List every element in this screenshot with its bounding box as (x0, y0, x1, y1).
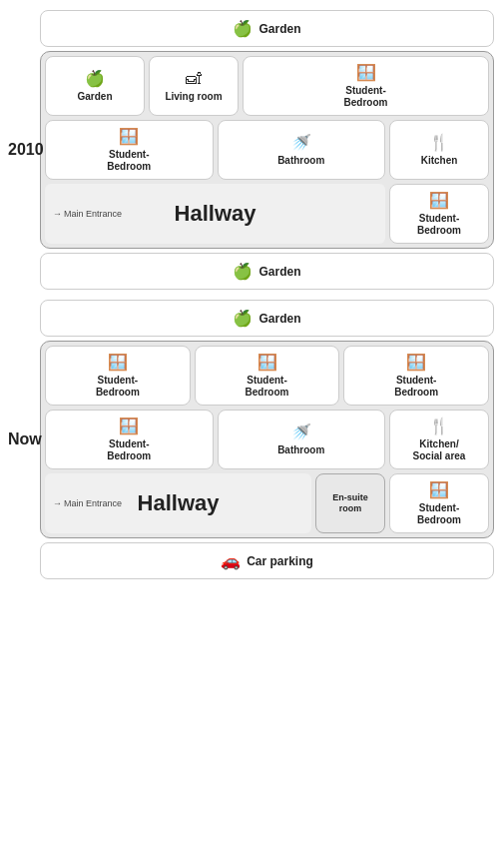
mid-row-now: 🪟 Student-Bedroom 🚿 Bathroom (45, 410, 385, 469)
car-parking-bar: 🚗 Car parking (40, 542, 494, 579)
sb4-label: Student-Bedroom (107, 438, 151, 462)
sb3-icon: 🪟 (406, 353, 426, 372)
hallway-row-2010: → Main Entrance Hallway (45, 184, 385, 244)
building-2010: 🍏 Garden 🛋 Living room 🪟 Student-Bedroom (40, 51, 494, 249)
garden-top-now-icon: 🍏 (233, 309, 252, 328)
garden-top-label: Garden (258, 22, 300, 36)
sb1-icon: 🪟 (108, 353, 128, 372)
room-student-bedroom-br: 🪟 Student-Bedroom (389, 184, 489, 244)
student-bedroom-left-icon: 🪟 (119, 127, 139, 146)
bathroom-2010-label: Bathroom (277, 155, 324, 167)
right-col-2010: 🍴 Kitchen 🪟 Student-Bedroom (389, 120, 489, 244)
section-now: Now 🍏 Garden 🪟 Student-Bedroom (40, 300, 494, 579)
kitchen-now-label: Kitchen/Social area (413, 438, 466, 462)
floorplan-2010: 🍏 Garden 🍏 Garden 🛋 (40, 10, 494, 290)
bathroom-now-icon: 🚿 (291, 423, 311, 441)
room-student-bedroom-1: 🪟 Student-Bedroom (45, 346, 191, 406)
hallway-2010: → Main Entrance Hallway (45, 184, 385, 244)
room-student-bedroom-4: 🪟 Student-Bedroom (45, 410, 214, 469)
living-room-label: Living room (165, 91, 222, 103)
car-parking-icon: 🚗 (221, 551, 241, 570)
left-main-2010: 🪟 Student-Bedroom 🚿 Bathroom (45, 120, 385, 244)
right-col-now: 🍴 Kitchen/Social area 🪟 Student-Bedroom (389, 410, 489, 533)
sb4-icon: 🪟 (119, 417, 139, 435)
garden-top-2010: 🍏 Garden (40, 10, 494, 47)
garden-left-label: Garden (77, 91, 112, 103)
garden-top-icon: 🍏 (233, 19, 252, 38)
car-parking-label: Car parking (247, 554, 313, 568)
sb2-label: Student-Bedroom (246, 375, 289, 399)
room-kitchen-2010: 🍴 Kitchen (389, 120, 489, 180)
garden-left-icon: 🍏 (85, 69, 105, 88)
hallway-label-now: Hallway (138, 490, 220, 516)
room-living-room: 🛋 Living room (149, 56, 239, 116)
kitchen-2010-icon: 🍴 (429, 133, 449, 152)
student-bedroom-tr-label: Student-Bedroom (344, 85, 388, 109)
room-ensuite: En-suiteroom (315, 473, 385, 533)
mid-section-2010: 🪟 Student-Bedroom 🚿 Bathroom (45, 120, 489, 244)
building-inner-now: 🪟 Student-Bedroom 🪟 Student-Bedroom 🪟 St… (45, 346, 489, 533)
hallway-label-2010: Hallway (175, 201, 256, 227)
section-label-2010: 2010 (8, 141, 44, 159)
bathroom-2010-icon: 🚿 (291, 133, 311, 152)
room-student-bedroom-2: 🪟 Student-Bedroom (195, 346, 340, 406)
top-row-2010: 🍏 Garden 🛋 Living room 🪟 Student-Bedroom (45, 56, 489, 116)
sb3-label: Student-Bedroom (394, 375, 438, 399)
page: 2010 🍏 Garden 🍏 Garden (0, 0, 504, 589)
building-now: 🪟 Student-Bedroom 🪟 Student-Bedroom 🪟 St… (40, 341, 494, 538)
mid-section-now: 🪟 Student-Bedroom 🚿 Bathroom (45, 410, 489, 533)
section-label-now: Now (8, 430, 42, 448)
living-room-icon: 🛋 (186, 70, 202, 88)
section-2010: 2010 🍏 Garden 🍏 Garden (40, 10, 494, 290)
bathroom-now-label: Bathroom (277, 444, 324, 456)
left-main-now: 🪟 Student-Bedroom 🚿 Bathroom (45, 410, 385, 533)
kitchen-now-icon: 🍴 (429, 417, 449, 435)
garden-bottom-2010: 🍏 Garden (40, 253, 494, 290)
sbbr-label: Student-Bedroom (417, 502, 461, 526)
top-row-now: 🪟 Student-Bedroom 🪟 Student-Bedroom 🪟 St… (45, 346, 489, 406)
student-bedroom-br-icon: 🪟 (429, 191, 449, 210)
sb1-label: Student-Bedroom (96, 375, 140, 399)
room-student-bedroom-br-now: 🪟 Student-Bedroom (389, 473, 489, 533)
hallway-now: → Main Entrance Hallway (45, 473, 311, 533)
kitchen-2010-label: Kitchen (421, 155, 458, 167)
garden-bottom-icon-2010: 🍏 (233, 262, 252, 281)
student-bedroom-tr-icon: 🪟 (356, 63, 376, 82)
arrow-icon: → (53, 209, 62, 219)
student-bedroom-left-label: Student-Bedroom (107, 149, 151, 173)
room-student-bedroom-tr: 🪟 Student-Bedroom (243, 56, 489, 116)
garden-bottom-label-2010: Garden (258, 265, 300, 279)
arrow-icon-now: → (53, 498, 62, 508)
hallway-row-now: → Main Entrance Hallway En-suiteroom (45, 473, 385, 533)
room-student-bedroom-3: 🪟 Student-Bedroom (343, 346, 489, 406)
room-garden-left: 🍏 Garden (45, 56, 145, 116)
floorplan-now: 🍏 Garden 🪟 Student-Bedroom 🪟 Student-Bed (40, 300, 494, 579)
sbbr-icon: 🪟 (429, 480, 449, 499)
room-bathroom-2010: 🚿 Bathroom (218, 120, 386, 180)
sb2-icon: 🪟 (257, 353, 277, 372)
building-inner-2010: 🍏 Garden 🛋 Living room 🪟 Student-Bedroom (45, 56, 489, 244)
room-kitchen-now: 🍴 Kitchen/Social area (389, 410, 489, 469)
room-bathroom-now: 🚿 Bathroom (218, 410, 386, 469)
ensuite-label: En-suiteroom (332, 492, 368, 514)
room-student-bedroom-left: 🪟 Student-Bedroom (45, 120, 214, 180)
mid-row-2010: 🪟 Student-Bedroom 🚿 Bathroom (45, 120, 385, 180)
student-bedroom-br-label: Student-Bedroom (417, 213, 461, 237)
garden-top-now-label: Garden (258, 312, 300, 326)
entrance-2010: → Main Entrance (53, 209, 122, 219)
entrance-now: → Main Entrance (53, 498, 122, 508)
garden-top-now: 🍏 Garden (40, 300, 494, 337)
